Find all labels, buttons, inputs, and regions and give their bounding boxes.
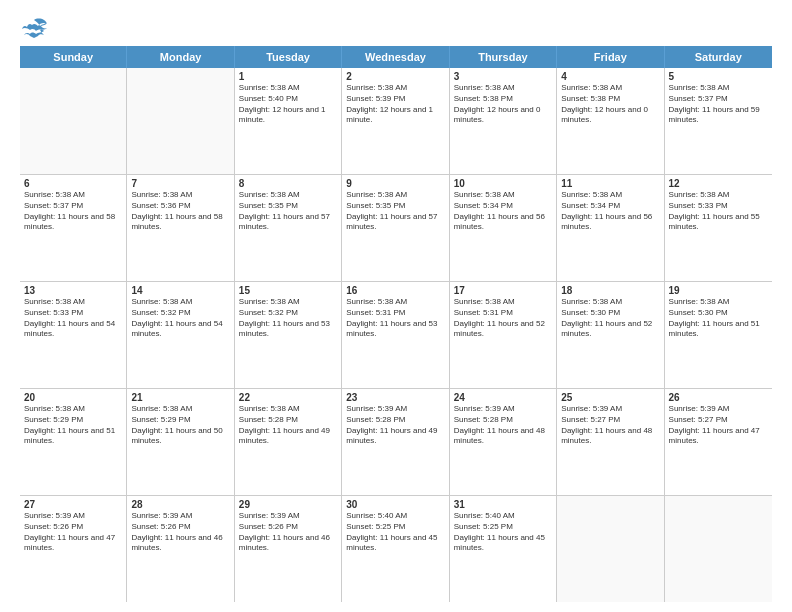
day-number: 2 [346, 71, 444, 82]
logo-icon [20, 16, 48, 38]
cell-info: Sunrise: 5:38 AM Sunset: 5:37 PM Dayligh… [669, 83, 768, 126]
calendar-cell [557, 496, 664, 602]
day-number: 31 [454, 499, 552, 510]
calendar-cell: 17Sunrise: 5:38 AM Sunset: 5:31 PM Dayli… [450, 282, 557, 388]
calendar-row-4: 20Sunrise: 5:38 AM Sunset: 5:29 PM Dayli… [20, 389, 772, 496]
cell-info: Sunrise: 5:38 AM Sunset: 5:29 PM Dayligh… [24, 404, 122, 447]
day-number: 12 [669, 178, 768, 189]
calendar-cell: 28Sunrise: 5:39 AM Sunset: 5:26 PM Dayli… [127, 496, 234, 602]
day-number: 27 [24, 499, 122, 510]
header-day-monday: Monday [127, 46, 234, 68]
day-number: 6 [24, 178, 122, 189]
calendar-cell: 19Sunrise: 5:38 AM Sunset: 5:30 PM Dayli… [665, 282, 772, 388]
calendar-header: SundayMondayTuesdayWednesdayThursdayFrid… [20, 46, 772, 68]
day-number: 19 [669, 285, 768, 296]
day-number: 25 [561, 392, 659, 403]
cell-info: Sunrise: 5:39 AM Sunset: 5:28 PM Dayligh… [346, 404, 444, 447]
cell-info: Sunrise: 5:39 AM Sunset: 5:26 PM Dayligh… [239, 511, 337, 554]
header-day-saturday: Saturday [665, 46, 772, 68]
day-number: 13 [24, 285, 122, 296]
day-number: 24 [454, 392, 552, 403]
day-number: 20 [24, 392, 122, 403]
calendar-row-2: 6Sunrise: 5:38 AM Sunset: 5:37 PM Daylig… [20, 175, 772, 282]
day-number: 9 [346, 178, 444, 189]
cell-info: Sunrise: 5:38 AM Sunset: 5:30 PM Dayligh… [561, 297, 659, 340]
cell-info: Sunrise: 5:38 AM Sunset: 5:32 PM Dayligh… [131, 297, 229, 340]
day-number: 21 [131, 392, 229, 403]
cell-info: Sunrise: 5:38 AM Sunset: 5:40 PM Dayligh… [239, 83, 337, 126]
calendar-cell: 10Sunrise: 5:38 AM Sunset: 5:34 PM Dayli… [450, 175, 557, 281]
calendar-cell: 18Sunrise: 5:38 AM Sunset: 5:30 PM Dayli… [557, 282, 664, 388]
header-day-friday: Friday [557, 46, 664, 68]
cell-info: Sunrise: 5:38 AM Sunset: 5:29 PM Dayligh… [131, 404, 229, 447]
day-number: 8 [239, 178, 337, 189]
calendar-cell: 24Sunrise: 5:39 AM Sunset: 5:28 PM Dayli… [450, 389, 557, 495]
day-number: 26 [669, 392, 768, 403]
calendar-cell: 22Sunrise: 5:38 AM Sunset: 5:28 PM Dayli… [235, 389, 342, 495]
header [20, 16, 772, 38]
calendar-cell: 9Sunrise: 5:38 AM Sunset: 5:35 PM Daylig… [342, 175, 449, 281]
cell-info: Sunrise: 5:38 AM Sunset: 5:35 PM Dayligh… [239, 190, 337, 233]
header-day-sunday: Sunday [20, 46, 127, 68]
cell-info: Sunrise: 5:38 AM Sunset: 5:31 PM Dayligh… [346, 297, 444, 340]
calendar-row-3: 13Sunrise: 5:38 AM Sunset: 5:33 PM Dayli… [20, 282, 772, 389]
day-number: 16 [346, 285, 444, 296]
calendar-cell: 8Sunrise: 5:38 AM Sunset: 5:35 PM Daylig… [235, 175, 342, 281]
calendar-cell: 13Sunrise: 5:38 AM Sunset: 5:33 PM Dayli… [20, 282, 127, 388]
calendar-cell: 23Sunrise: 5:39 AM Sunset: 5:28 PM Dayli… [342, 389, 449, 495]
calendar: SundayMondayTuesdayWednesdayThursdayFrid… [20, 46, 772, 602]
calendar-cell: 31Sunrise: 5:40 AM Sunset: 5:25 PM Dayli… [450, 496, 557, 602]
calendar-cell: 27Sunrise: 5:39 AM Sunset: 5:26 PM Dayli… [20, 496, 127, 602]
logo [20, 16, 50, 38]
calendar-cell: 30Sunrise: 5:40 AM Sunset: 5:25 PM Dayli… [342, 496, 449, 602]
header-day-tuesday: Tuesday [235, 46, 342, 68]
day-number: 23 [346, 392, 444, 403]
calendar-cell: 26Sunrise: 5:39 AM Sunset: 5:27 PM Dayli… [665, 389, 772, 495]
day-number: 4 [561, 71, 659, 82]
day-number: 11 [561, 178, 659, 189]
calendar-cell: 7Sunrise: 5:38 AM Sunset: 5:36 PM Daylig… [127, 175, 234, 281]
day-number: 18 [561, 285, 659, 296]
calendar-cell: 21Sunrise: 5:38 AM Sunset: 5:29 PM Dayli… [127, 389, 234, 495]
calendar-row-5: 27Sunrise: 5:39 AM Sunset: 5:26 PM Dayli… [20, 496, 772, 602]
cell-info: Sunrise: 5:38 AM Sunset: 5:38 PM Dayligh… [561, 83, 659, 126]
page: SundayMondayTuesdayWednesdayThursdayFrid… [0, 0, 792, 612]
cell-info: Sunrise: 5:40 AM Sunset: 5:25 PM Dayligh… [346, 511, 444, 554]
cell-info: Sunrise: 5:38 AM Sunset: 5:39 PM Dayligh… [346, 83, 444, 126]
cell-info: Sunrise: 5:38 AM Sunset: 5:35 PM Dayligh… [346, 190, 444, 233]
cell-info: Sunrise: 5:39 AM Sunset: 5:27 PM Dayligh… [669, 404, 768, 447]
calendar-cell: 29Sunrise: 5:39 AM Sunset: 5:26 PM Dayli… [235, 496, 342, 602]
calendar-cell: 20Sunrise: 5:38 AM Sunset: 5:29 PM Dayli… [20, 389, 127, 495]
cell-info: Sunrise: 5:38 AM Sunset: 5:33 PM Dayligh… [24, 297, 122, 340]
cell-info: Sunrise: 5:38 AM Sunset: 5:31 PM Dayligh… [454, 297, 552, 340]
calendar-cell [20, 68, 127, 174]
cell-info: Sunrise: 5:38 AM Sunset: 5:37 PM Dayligh… [24, 190, 122, 233]
day-number: 7 [131, 178, 229, 189]
day-number: 14 [131, 285, 229, 296]
cell-info: Sunrise: 5:38 AM Sunset: 5:34 PM Dayligh… [561, 190, 659, 233]
calendar-row-1: 1Sunrise: 5:38 AM Sunset: 5:40 PM Daylig… [20, 68, 772, 175]
cell-info: Sunrise: 5:38 AM Sunset: 5:30 PM Dayligh… [669, 297, 768, 340]
cell-info: Sunrise: 5:39 AM Sunset: 5:28 PM Dayligh… [454, 404, 552, 447]
day-number: 30 [346, 499, 444, 510]
calendar-cell: 11Sunrise: 5:38 AM Sunset: 5:34 PM Dayli… [557, 175, 664, 281]
cell-info: Sunrise: 5:39 AM Sunset: 5:26 PM Dayligh… [24, 511, 122, 554]
calendar-body: 1Sunrise: 5:38 AM Sunset: 5:40 PM Daylig… [20, 68, 772, 602]
calendar-cell: 6Sunrise: 5:38 AM Sunset: 5:37 PM Daylig… [20, 175, 127, 281]
day-number: 22 [239, 392, 337, 403]
calendar-cell: 2Sunrise: 5:38 AM Sunset: 5:39 PM Daylig… [342, 68, 449, 174]
cell-info: Sunrise: 5:38 AM Sunset: 5:36 PM Dayligh… [131, 190, 229, 233]
calendar-cell: 12Sunrise: 5:38 AM Sunset: 5:33 PM Dayli… [665, 175, 772, 281]
calendar-cell: 3Sunrise: 5:38 AM Sunset: 5:38 PM Daylig… [450, 68, 557, 174]
calendar-cell: 14Sunrise: 5:38 AM Sunset: 5:32 PM Dayli… [127, 282, 234, 388]
day-number: 15 [239, 285, 337, 296]
cell-info: Sunrise: 5:38 AM Sunset: 5:28 PM Dayligh… [239, 404, 337, 447]
day-number: 3 [454, 71, 552, 82]
calendar-cell: 5Sunrise: 5:38 AM Sunset: 5:37 PM Daylig… [665, 68, 772, 174]
calendar-cell: 16Sunrise: 5:38 AM Sunset: 5:31 PM Dayli… [342, 282, 449, 388]
day-number: 17 [454, 285, 552, 296]
day-number: 28 [131, 499, 229, 510]
cell-info: Sunrise: 5:38 AM Sunset: 5:33 PM Dayligh… [669, 190, 768, 233]
calendar-cell [665, 496, 772, 602]
cell-info: Sunrise: 5:38 AM Sunset: 5:34 PM Dayligh… [454, 190, 552, 233]
